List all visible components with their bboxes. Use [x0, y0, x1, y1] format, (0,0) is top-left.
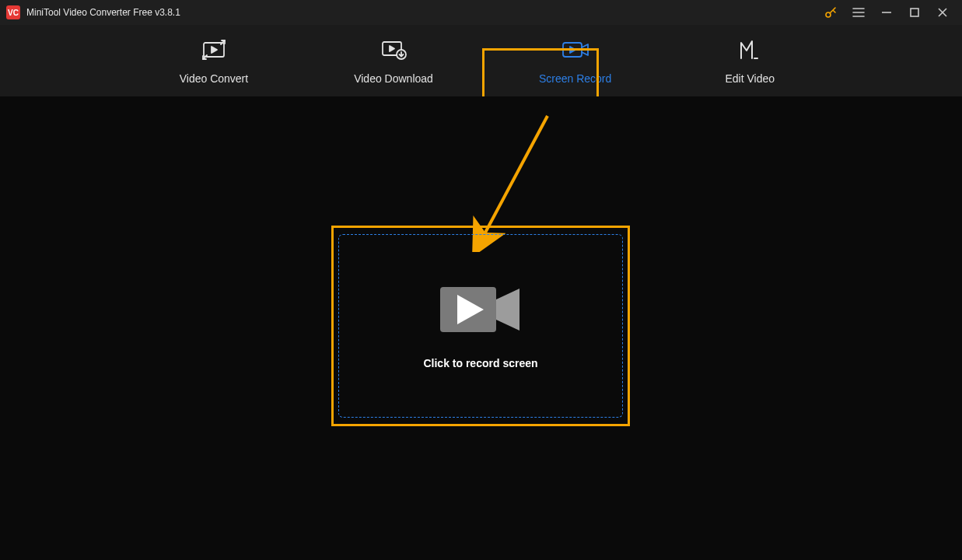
record-icon [561, 37, 590, 63]
nav-label: Video Convert [180, 72, 248, 85]
app-title: MiniTool Video Converter Free v3.8.1 [26, 7, 824, 18]
app-logo: VC [6, 5, 20, 19]
annotation-highlight-panel: Click to record screen [331, 226, 630, 426]
close-button[interactable] [936, 5, 950, 19]
convert-icon [201, 37, 227, 63]
menu-icon[interactable] [852, 5, 866, 19]
svg-marker-9 [212, 47, 217, 53]
key-icon[interactable] [824, 5, 838, 19]
camera-play-icon [440, 282, 521, 340]
tab-video-download[interactable]: Video Download [340, 29, 447, 93]
nav-label: Edit Video [725, 72, 775, 85]
main-area: Click to record screen [0, 96, 962, 560]
svg-marker-14 [570, 47, 575, 53]
record-dropzone[interactable]: Click to record screen [338, 234, 623, 418]
record-label: Click to record screen [423, 357, 537, 369]
tab-video-convert[interactable]: Video Convert [166, 29, 262, 93]
edit-icon [738, 37, 761, 63]
nav-bar: Video Convert Video Download Screen Reco… [0, 25, 962, 96]
maximize-button[interactable] [908, 5, 922, 19]
svg-marker-11 [390, 46, 394, 51]
svg-line-15 [485, 116, 547, 233]
download-icon [380, 37, 407, 63]
minimize-button[interactable] [880, 5, 894, 19]
tab-edit-video[interactable]: Edit Video [703, 29, 796, 93]
window-controls [824, 5, 956, 19]
titlebar: VC MiniTool Video Converter Free v3.8.1 [0, 0, 962, 25]
svg-rect-5 [911, 9, 918, 16]
tab-screen-record[interactable]: Screen Record [525, 29, 625, 93]
nav-label: Screen Record [539, 72, 611, 85]
nav-label: Video Download [354, 72, 433, 85]
